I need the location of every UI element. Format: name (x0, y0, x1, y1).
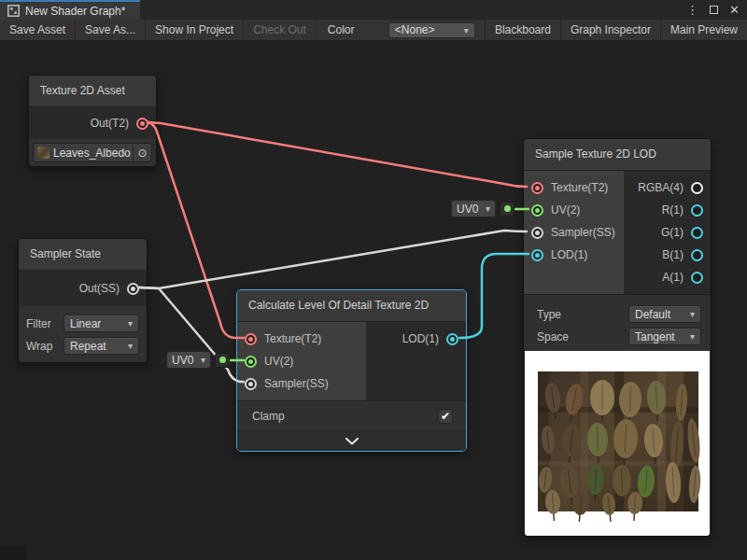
blackboard-button[interactable]: Blackboard (485, 20, 560, 40)
chevron-down-icon: ▾ (486, 203, 490, 214)
wrap-dropdown[interactable]: Repeat ▾ (63, 337, 139, 355)
port-row: LOD(1) (366, 328, 466, 350)
texture-object-field[interactable]: Leaves_Albedo ⊙ (33, 143, 152, 162)
save-as-button[interactable]: Save As... (76, 20, 146, 40)
type-label: Type (537, 308, 585, 321)
port-row: UV(2) (237, 350, 366, 372)
port-in-uv[interactable] (245, 356, 257, 368)
shader-graph-window: New Shader Graph* ⋮ ✕ Save Asset Save As… (0, 0, 747, 560)
main-preview-button[interactable]: Main Preview (660, 20, 747, 40)
chevron-down-icon (345, 438, 359, 445)
uv-port-dot (504, 205, 511, 212)
port-row: R(1) (624, 199, 711, 221)
title-bar: New Shader Graph* ⋮ ✕ (0, 0, 747, 20)
uv-channel-widget: UV0 ▾ (166, 351, 230, 369)
node-texture-2d-asset[interactable]: Texture 2D Asset Out(T2) Leaves_Albedo ⊙ (28, 75, 157, 167)
port-out-a[interactable] (691, 272, 703, 284)
port-row: A(1) (624, 266, 711, 288)
port-in-texture[interactable] (531, 182, 543, 194)
port-in-texture[interactable] (245, 333, 257, 345)
port-row: UV(2) (524, 199, 624, 221)
chevron-down-icon: ▾ (690, 331, 695, 342)
node-preview-image (525, 351, 710, 536)
node-title: Texture 2D Asset (29, 76, 156, 107)
chevron-down-icon: ▾ (201, 355, 205, 365)
clamp-checkbox[interactable]: ✔ (438, 409, 453, 424)
chevron-down-icon: ▾ (128, 318, 133, 329)
save-asset-button[interactable]: Save Asset (0, 20, 76, 40)
object-picker-icon[interactable]: ⊙ (133, 144, 151, 161)
chevron-down-icon: ▾ (464, 25, 469, 35)
port-out-rgba[interactable] (691, 182, 703, 194)
node-title: Sampler State (19, 239, 147, 271)
filter-dropdown[interactable]: Linear ▾ (63, 315, 139, 332)
clamp-label: Clamp (252, 410, 285, 423)
port-row: Texture(T2) (237, 328, 366, 350)
port-row: B(1) (624, 244, 711, 266)
port-out-lod[interactable] (446, 333, 458, 345)
port-row: LOD(1) (524, 244, 624, 266)
check-out-button: Check Out (244, 20, 317, 40)
uv0-dropdown[interactable]: UV0 ▾ (166, 351, 211, 369)
port-in-sampler[interactable] (531, 227, 543, 239)
space-label: Space (537, 330, 585, 343)
port-out-b[interactable] (691, 249, 703, 261)
node-sample-texture-2d-lod[interactable]: Sample Texture 2D LOD Texture(T2) UV(2) … (523, 138, 712, 537)
color-mode-dropdown[interactable]: <None> ▾ (388, 22, 475, 38)
chevron-down-icon: ▾ (128, 341, 133, 351)
texture-thumbnail (37, 147, 49, 159)
shader-graph-icon (7, 5, 20, 17)
color-mode-label: Color Mode (317, 20, 388, 40)
uv-channel-widget: UV0 ▾ (451, 200, 514, 217)
port-out-r[interactable] (691, 204, 703, 217)
chevron-down-icon: ▾ (690, 309, 695, 319)
port-row: Out(SS) (19, 271, 147, 306)
tab-new-shader-graph[interactable]: New Shader Graph* (0, 0, 140, 20)
close-icon[interactable]: ✕ (729, 3, 740, 17)
show-in-project-button[interactable]: Show In Project (146, 20, 244, 40)
graph-inspector-button[interactable]: Graph Inspector (560, 20, 660, 40)
port-row: Out(T2) (29, 107, 156, 139)
port-out-t2[interactable] (136, 118, 148, 130)
port-row: G(1) (624, 221, 711, 244)
port-row: Sampler(SS) (237, 372, 366, 395)
node-title: Calculate Level Of Detail Texture 2D (237, 290, 466, 322)
space-dropdown[interactable]: Tangent ▾ (628, 328, 701, 345)
port-row: Sampler(SS) (524, 221, 624, 244)
port-row: Texture(T2) (524, 176, 624, 199)
wrap-label: Wrap (26, 340, 63, 353)
uv-port-dot (219, 357, 226, 363)
port-in-lod[interactable] (531, 249, 543, 261)
toolbar: Save Asset Save As... Show In Project Ch… (0, 20, 747, 41)
uv-port-box (500, 202, 514, 217)
node-sampler-state[interactable]: Sampler State Out(SS) Filter Linear ▾ Wr… (18, 238, 148, 363)
port-out-ss[interactable] (127, 283, 139, 295)
tab-title: New Shader Graph* (25, 5, 125, 18)
type-dropdown[interactable]: Default ▾ (628, 305, 701, 323)
port-row: RGBA(4) (624, 176, 711, 199)
port-out-g[interactable] (691, 227, 703, 239)
node-title: Sample Texture 2D LOD (524, 139, 711, 171)
node-calculate-lod[interactable]: Calculate Level Of Detail Texture 2D Tex… (236, 289, 467, 452)
uv-port-box (215, 353, 230, 368)
uv0-dropdown[interactable]: UV0 ▾ (451, 200, 496, 217)
collapse-button[interactable] (237, 430, 466, 451)
filter-label: Filter (26, 317, 63, 330)
port-in-uv[interactable] (531, 204, 543, 217)
port-in-sampler[interactable] (245, 378, 257, 390)
corner-tab (0, 546, 26, 560)
menu-dots-icon[interactable]: ⋮ (686, 3, 698, 17)
maximize-icon[interactable] (710, 6, 718, 14)
